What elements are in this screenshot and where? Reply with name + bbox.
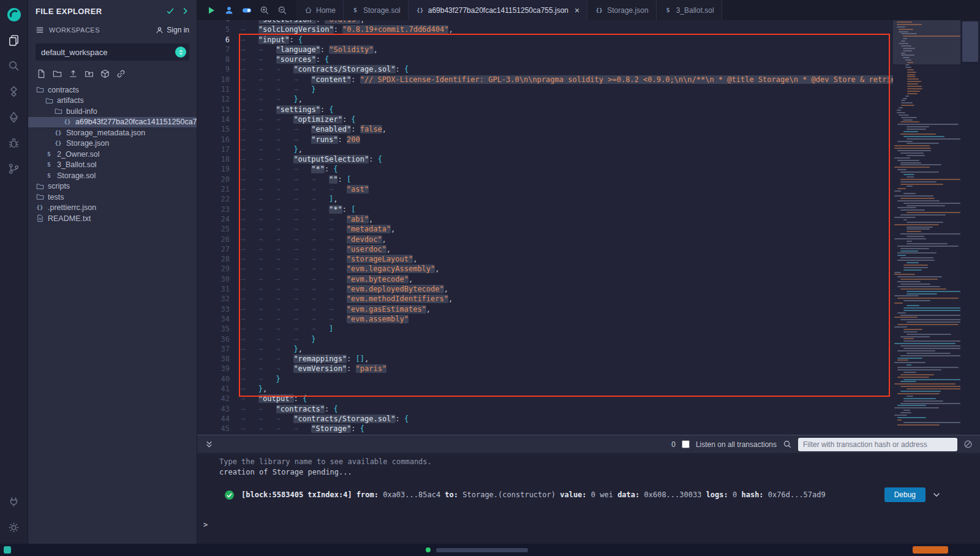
menu-icon[interactable] <box>36 26 44 34</box>
line-number[interactable]: 4 <box>197 20 230 24</box>
code-line-39[interactable]: 39→→→"evmVersion": "paris" <box>197 364 893 374</box>
code-line-17[interactable]: 17→→→}, <box>197 145 893 154</box>
line-number[interactable]: 9 <box>197 64 230 74</box>
tree-item-3-ballot-sol[interactable]: S3_Ballot.sol <box>28 160 197 171</box>
line-number[interactable]: 42 <box>197 394 230 404</box>
code-line-42[interactable]: 42→"output": { <box>197 394 893 404</box>
code-line-12[interactable]: 12→→→}, <box>197 94 893 104</box>
code-line-45[interactable]: 45→→→→"Storage": { <box>197 424 893 434</box>
code-line-6[interactable]: 6→"input": { <box>197 35 893 45</box>
code-line-33[interactable]: 33→→→→→→"evm.gasEstimates", <box>197 304 893 314</box>
line-number[interactable]: 41 <box>197 384 230 394</box>
line-number[interactable]: 26 <box>197 235 230 244</box>
code-line-18[interactable]: 18→→→"outputSelection": { <box>197 154 893 164</box>
code-line-16[interactable]: 16→→→→"runs": 200 <box>197 135 893 145</box>
sign-in-button[interactable]: Sign in <box>156 26 189 34</box>
run-script-icon[interactable] <box>206 6 216 15</box>
link-icon[interactable] <box>116 69 126 78</box>
code-line-20[interactable]: 20→→→→→"": [ <box>197 175 893 184</box>
minimap[interactable] <box>893 20 960 435</box>
code-line-24[interactable]: 24→→→→→→"abi", <box>197 214 893 224</box>
line-number[interactable]: 31 <box>197 284 230 294</box>
line-number[interactable]: 32 <box>197 294 230 304</box>
tree-item-a69b43f277ba20fcac141151250ca7-[interactable]: {}a69b43f277ba20fcac141151250ca7... <box>28 117 197 128</box>
upload-file-icon[interactable] <box>69 69 78 78</box>
check-icon[interactable] <box>166 7 175 15</box>
line-number[interactable]: 19 <box>197 164 230 174</box>
solidity-compiler-icon[interactable] <box>3 78 25 104</box>
tree-item-scripts[interactable]: scripts <box>28 181 197 192</box>
code-line-19[interactable]: 19→→→→"*": { <box>197 164 893 174</box>
line-number[interactable]: 29 <box>197 264 230 274</box>
code-line-13[interactable]: 13→→"settings": { <box>197 105 893 115</box>
line-number[interactable]: 36 <box>197 334 230 344</box>
clear-console-icon[interactable] <box>963 440 973 449</box>
plugin-manager-icon[interactable] <box>3 489 25 514</box>
tree-item--prettierrc-json[interactable]: {}.prettierrc.json <box>28 203 197 214</box>
line-number[interactable]: 35 <box>197 324 230 334</box>
code-line-23[interactable]: 23→→→→→"*": [ <box>197 205 893 214</box>
tree-item-contracts[interactable]: contracts <box>28 85 197 96</box>
tab-storage-sol[interactable]: SStorage.sol <box>344 0 409 20</box>
line-number[interactable]: 16 <box>197 135 230 145</box>
status-workspace-chip[interactable] <box>4 546 11 554</box>
code-line-14[interactable]: 14→→→"optimizer": { <box>197 115 893 124</box>
terminal-body[interactable]: Type the library name to see available c… <box>197 453 980 544</box>
code-line-34[interactable]: 34→→→→→→"evm.assembly" <box>197 314 893 324</box>
deploy-and-run-icon[interactable] <box>3 104 25 130</box>
code-line-40[interactable]: 40→→} <box>197 374 893 384</box>
line-number[interactable]: 24 <box>197 214 230 224</box>
code-line-15[interactable]: 15→→→→"enabled": false, <box>197 124 893 134</box>
code-line-30[interactable]: 30→→→→→→"evm.bytecode", <box>197 274 893 284</box>
code-line-21[interactable]: 21→→→→→→"ast" <box>197 184 893 194</box>
line-number[interactable]: 28 <box>197 254 230 264</box>
listen-checkbox[interactable] <box>682 440 690 448</box>
code-line-8[interactable]: 8→→"sources": { <box>197 54 893 64</box>
status-badge[interactable] <box>913 546 948 554</box>
tree-item-artifacts[interactable]: artifacts <box>28 96 197 107</box>
line-number[interactable]: 20 <box>197 175 230 184</box>
code-line-9[interactable]: 9→→→"contracts/Storage.sol": { <box>197 64 893 74</box>
tab-3-ballot-sol[interactable]: S3_Ballot.sol <box>657 0 722 20</box>
chevron-right-icon[interactable] <box>181 7 189 15</box>
zoom-in-icon[interactable] <box>260 6 270 15</box>
file-explorer-icon[interactable] <box>3 27 25 53</box>
upload-folder-icon[interactable] <box>85 69 94 78</box>
close-icon[interactable]: × <box>575 6 579 15</box>
line-number[interactable]: 37 <box>197 344 230 354</box>
listen-label[interactable]: Listen on all transactions <box>696 440 777 449</box>
workspace-switch-icon[interactable] <box>175 47 186 58</box>
line-number[interactable]: 15 <box>197 124 230 134</box>
debug-chevron-icon[interactable] <box>932 490 941 499</box>
tree-item-storage-metadata-json[interactable]: {}Storage_metadata.json <box>28 127 197 138</box>
tree-item-tests[interactable]: tests <box>28 192 197 203</box>
workspace-selector[interactable]: default_workspace <box>36 43 189 61</box>
line-number[interactable]: 40 <box>197 374 230 384</box>
line-number[interactable]: 8 <box>197 54 230 64</box>
code-line-32[interactable]: 32→→→→→→"evm.methodIdentifiers", <box>197 294 893 304</box>
terminal-prompt[interactable]: > <box>203 520 208 529</box>
line-number[interactable]: 27 <box>197 244 230 254</box>
git-icon[interactable] <box>3 156 25 181</box>
code-line-27[interactable]: 27→→→→→→"userdoc", <box>197 244 893 254</box>
code-line-35[interactable]: 35→→→→→] <box>197 324 893 334</box>
scrollbar-thumb[interactable] <box>962 21 978 62</box>
code-line-44[interactable]: 44→→→"contracts/Storage.sol": { <box>197 414 893 424</box>
code-line-28[interactable]: 28→→→→→→"storageLayout", <box>197 254 893 264</box>
line-number[interactable]: 13 <box>197 105 230 115</box>
code-line-31[interactable]: 31→→→→→→"evm.deployedBytecode", <box>197 284 893 294</box>
line-number[interactable]: 34 <box>197 314 230 324</box>
line-number[interactable]: 5 <box>197 24 230 34</box>
line-number[interactable]: 22 <box>197 194 230 204</box>
tab-a69b43f277ba20fcac141151250ca755-json[interactable]: {}a69b43f277ba20fcac141151250ca755.json× <box>409 0 588 20</box>
line-number[interactable]: 38 <box>197 354 230 364</box>
line-number[interactable]: 10 <box>197 75 230 85</box>
code-line-43[interactable]: 43→→"contracts": { <box>197 404 893 414</box>
code-line-41[interactable]: 41→}, <box>197 384 893 394</box>
code-line-5[interactable]: 5→"solcLongVersion": "0.8.19+commit.7dd6… <box>197 24 893 34</box>
debugger-icon[interactable] <box>3 130 25 156</box>
expand-terminal-icon[interactable] <box>205 440 214 449</box>
line-number[interactable]: 39 <box>197 364 230 374</box>
new-file-icon[interactable] <box>37 69 46 78</box>
remix-logo-icon[interactable] <box>3 2 25 27</box>
